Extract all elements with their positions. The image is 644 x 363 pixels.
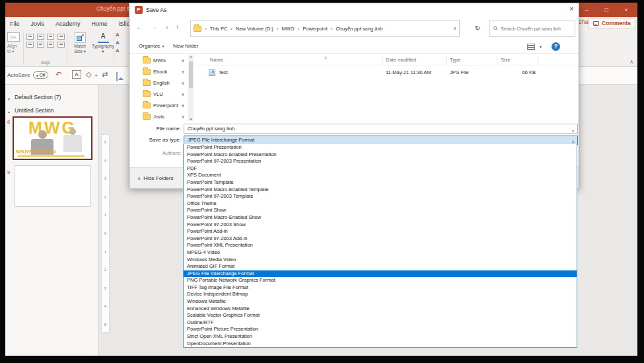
format-option[interactable]: TIFF Tag Image File Format [184,284,577,292]
swap-colors-icon[interactable]: ⇄ [102,70,108,79]
autosave-toggle[interactable]: AutoSave ● Off [7,71,48,79]
file-name-input[interactable]: Chuyển ppt sang ảnh ∨ [184,124,578,134]
column-date-modified[interactable]: Date modified [386,57,416,63]
column-name[interactable]: Name [210,57,223,63]
breadcrumb-item[interactable]: › MWG [273,26,295,32]
distribute-v-icon[interactable] [57,42,65,48]
format-option[interactable]: Enhanced Windows Metafile [184,305,577,313]
section-header-untitled[interactable]: Untitled Section [15,107,54,114]
text-outline-icon[interactable]: A [116,39,130,47]
close-icon[interactable]: × [616,3,636,17]
format-option[interactable]: PowerPoint 97-2003 Add-in [184,235,577,243]
text-box-icon[interactable]: A [72,70,81,79]
breadcrumb-item[interactable]: › New Volume (D:) [227,26,273,32]
section-collapse-icon[interactable]: ▾ [8,97,10,101]
section-header-default[interactable]: Default Section (7) [15,94,61,101]
refresh-icon[interactable]: ↻ [470,20,485,37]
search-input[interactable] [501,26,571,31]
address-bar[interactable]: › This PC › New Volume (D:) › MWG [190,20,460,37]
sidebar-folder-item[interactable]: Ebook [129,66,188,77]
maximize-icon[interactable]: □ [596,3,616,17]
format-option[interactable]: PowerPoint Macro-Enabled Template [184,186,577,194]
distribute-h-icon[interactable] [47,42,54,48]
minimize-icon[interactable]: – [577,3,596,17]
ribbon-tab[interactable]: File [10,20,20,27]
typography-button[interactable]: A Typography ▾ [92,31,114,65]
recent-locations-icon[interactable]: ∨ [165,25,168,30]
format-option[interactable]: Outline/RTF [184,319,577,327]
text-fill-icon[interactable]: A [116,31,130,39]
sidebar-folder-item[interactable]: MWG [129,55,188,66]
align-center-icon[interactable] [37,34,44,40]
breadcrumb-item[interactable]: › Chuyển ppt sang ảnh [328,26,383,32]
format-option[interactable]: PNG Portable Network Graphics Format [184,277,577,284]
format-option[interactable]: XPS Document [184,172,577,179]
up-icon[interactable]: ↑ [176,23,179,30]
shapes-icon[interactable]: ◇ [86,70,91,79]
column-type[interactable]: Type [450,57,460,63]
slide-thumbnail-selected[interactable]: MWG NGUYỄN ĐỨC TÀI [13,116,92,160]
text-effects-icon[interactable]: A [116,47,130,55]
section-collapse-icon[interactable]: ▾ [8,110,10,114]
breadcrumb-item[interactable]: › This PC [201,26,227,32]
format-option[interactable]: PowerPoint Show [184,207,577,214]
address-dropdown-icon[interactable]: ∨ [453,26,456,31]
format-option[interactable]: OpenDocument Presentation [184,341,577,348]
hide-folders-button[interactable]: ∧Hide Folders [137,175,173,181]
sidebar-folder-item[interactable]: English [129,77,188,89]
sidebar-scrollbar[interactable]: ∧ ▾ [188,55,194,121]
dialog-close-icon[interactable]: × [569,5,573,13]
format-option[interactable]: Animated GIF Format [184,263,577,270]
view-dropdown-icon[interactable]: ▾ [540,44,542,49]
format-option[interactable]: Scalable Vector Graphics Format [184,312,577,319]
format-option[interactable]: PowerPoint Macro-Enabled Show [184,214,577,222]
format-option[interactable]: PowerPoint 97-2003 Template [184,193,577,200]
undo-icon[interactable]: ↶ [55,70,61,79]
format-option[interactable]: PowerPoint Add-in [184,228,577,235]
save-as-type-combobox[interactable]: JPEG File Interchange Format ∨ [184,136,578,145]
back-icon[interactable]: ← [136,23,143,30]
format-option[interactable]: PDF [184,165,577,173]
sidebar-folder-item[interactable]: Jovis [129,111,188,122]
forward-icon[interactable]: → [151,23,157,30]
sidebar-folder-item[interactable]: Powerpoint [129,100,188,111]
match-size-button[interactable]: ↗ Match Size ▾ [69,31,91,65]
format-option[interactable]: PowerPoint Template [184,179,577,186]
search-box[interactable] [489,20,575,37]
ribbon-tab[interactable]: Jovis [31,20,45,27]
view-options-icon[interactable] [527,44,535,50]
format-option[interactable]: Windows Metafile [184,298,577,305]
format-option[interactable]: Windows Media Video [184,257,577,264]
shapes-dropdown-icon[interactable]: ▾ [95,73,97,77]
file-row[interactable]: Test 11-May-21 11:30 AM JPG File 66 KB [196,68,577,77]
comments-button[interactable]: Comments [589,18,635,28]
organize-button[interactable]: Organize▾ [139,43,164,49]
align-top-icon[interactable] [57,34,65,40]
insert-picture-icon[interactable] [116,72,118,81]
align-bottom-icon[interactable] [37,42,44,48]
align-right-icon[interactable] [47,34,54,40]
format-option[interactable]: PowerPoint Picture Presentation [184,326,577,333]
breadcrumb-item[interactable]: › Powerpoint [295,26,328,32]
format-option[interactable]: MPEG-4 Video [184,249,577,257]
help-icon[interactable]: ? [552,42,560,51]
format-option[interactable]: PowerPoint Presentation [184,144,577,151]
format-option[interactable]: Office Theme [184,200,577,208]
new-folder-button[interactable]: New folder [173,43,198,49]
align-middle-icon[interactable] [26,42,34,48]
format-option[interactable]: PowerPoint 97-2003 Show [184,222,577,229]
format-option[interactable]: PowerPoint Macro-Enabled Presentation [184,151,577,159]
format-option[interactable]: PowerPoint 97-2003 Presentation [184,158,577,165]
align-left-icon[interactable] [26,34,34,40]
ribbon-tab[interactable]: Academy [55,20,81,27]
column-size[interactable]: Size [501,57,511,63]
slide-thumbnail-blank[interactable] [15,165,90,207]
format-option[interactable]: PowerPoint XML Presentation [184,242,577,249]
format-option[interactable]: Device Independent Bitmap [184,291,577,298]
ribbon-tab[interactable]: Home [92,20,108,27]
align-to-button[interactable]: oo Align to ▾ [7,32,23,54]
format-option[interactable]: JPEG File Interchange Format [184,270,577,278]
format-option[interactable]: Strict Open XML Presentation [184,333,577,341]
sidebar-folder-item[interactable]: VLU [129,89,188,100]
collapse-ribbon-icon[interactable]: ∧ [629,59,633,65]
